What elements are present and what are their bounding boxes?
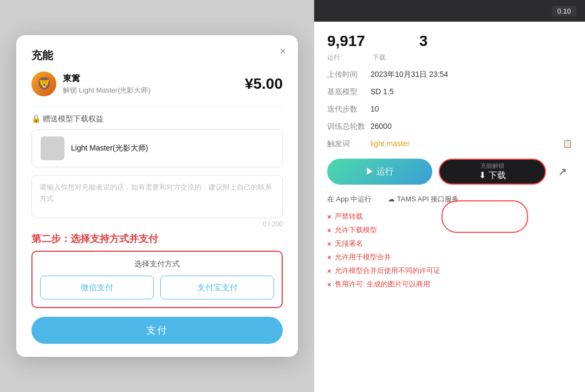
license-text: 允许用于模型合并 <box>335 252 391 262</box>
wechat-pay-button[interactable]: 微信支付 <box>40 276 154 299</box>
count-label: 下载 <box>373 54 386 61</box>
top-bar: 0.10 <box>314 0 585 22</box>
seller-avatar: 🦁 <box>31 71 56 96</box>
app-run-label: 在 App 中运行 <box>327 194 372 204</box>
count-value: 3 <box>419 32 428 50</box>
train-rounds-label: 训练总轮数 <box>327 122 370 132</box>
divider-1 <box>31 106 283 107</box>
base-model-label: 基底模型 <box>327 87 370 97</box>
run-button-label: ▶ 运行 <box>366 166 394 178</box>
version-badge: 0.10 <box>552 6 576 16</box>
app-row: 在 App 中运行 ☁ TAMS API 接口服务 <box>327 194 572 204</box>
modal-title: 充能 <box>31 48 283 63</box>
iter-steps-value: 10 <box>370 104 572 114</box>
alipay-button[interactable]: 支付宝支付 <box>160 276 274 299</box>
license-text: 无须署名 <box>335 239 363 249</box>
count-stat: 3 <box>419 32 428 50</box>
cross-icon: × <box>327 280 332 289</box>
license-item: × 严禁转载 <box>327 212 572 221</box>
gift-label: 🔒 赠送模型下载权益 <box>31 114 103 124</box>
payment-title: 选择支付方式 <box>40 259 274 269</box>
license-item: × 允许用于模型合并 <box>327 252 572 262</box>
downloads-value: 9,917 <box>327 32 365 50</box>
license-list: × 严禁转载 × 允许下载模型 × 无须署名 × 允许用于模型合并 × 允许模型… <box>327 212 572 289</box>
cross-icon: × <box>327 226 332 234</box>
unlock-bottom-label: ⬇ 下载 <box>479 170 505 181</box>
cross-icon: × <box>327 267 332 275</box>
unlock-button[interactable]: 充能解锁 ⬇ 下载 <box>439 159 546 185</box>
license-text: 严禁转载 <box>335 212 363 221</box>
modal-overlay: 充能 × 🦁 東篱 解锁 Light Master(光影大师) ¥5.00 🔒 … <box>0 0 314 392</box>
downloads-label: 运行 <box>327 54 340 61</box>
train-rounds-value: 26000 <box>370 122 572 132</box>
seller-info: 東篱 解锁 Light Master(光影大师) <box>63 73 245 95</box>
base-model-value: SD 1.5 <box>370 87 572 97</box>
upload-time-value: 2023年10月31日 23:54 <box>370 70 572 80</box>
share-icon: ↗ <box>558 165 567 178</box>
license-item: × 允许模型合并后使用不同的许可证 <box>327 266 572 276</box>
iter-steps-label: 迭代步数 <box>327 104 370 114</box>
license-item: × 无须署名 <box>327 239 572 249</box>
stats-row: 9,917 3 <box>327 32 572 50</box>
model-name: Light Master(光影大师) <box>71 143 148 153</box>
cross-icon: × <box>327 213 332 221</box>
seller-desc: 解锁 Light Master(光影大师) <box>63 86 245 95</box>
unlock-top-label: 充能解锁 <box>480 162 504 170</box>
license-item: × 售用许可: 生成的图片可以商用 <box>327 279 572 289</box>
seller-row: 🦁 東篱 解锁 Light Master(光影大师) ¥5.00 <box>31 71 283 96</box>
license-text: 允许模型合并后使用不同的许可证 <box>335 266 440 276</box>
model-thumbnail <box>41 136 64 160</box>
submit-button[interactable]: 支付 <box>31 317 283 344</box>
step-two-annotation: 第二步：选择支持方式并支付 <box>31 232 283 245</box>
cross-icon: × <box>327 240 332 248</box>
price-label: ¥5.00 <box>245 75 283 93</box>
payment-options: 微信支付 支付宝支付 <box>40 276 274 299</box>
iter-steps-row: 迭代步数 10 <box>327 104 572 114</box>
modal-dialog: 充能 × 🦁 東篱 解锁 Light Master(光影大师) ¥5.00 🔒 … <box>16 35 298 357</box>
license-text: 售用许可: 生成的图片可以商用 <box>335 279 430 289</box>
run-button[interactable]: ▶ 运行 <box>327 159 432 185</box>
message-textarea[interactable]: 请输入你想对充能者说的话，如有需要和对方交流的，建议附上自己的联系方式 <box>31 175 283 218</box>
license-text: 允许下载模型 <box>335 225 377 235</box>
upload-time-label: 上传时间 <box>327 70 370 80</box>
downloads-stat: 9,917 <box>327 32 387 50</box>
base-model-row: 基底模型 SD 1.5 <box>327 87 572 97</box>
right-panel: 9,917 3 运行 下载 上传时间 2023年10月31日 23:54 基底模… <box>314 22 585 392</box>
modal-close-button[interactable]: × <box>280 45 286 57</box>
trigger-word-row: 触发词 light master 📋 <box>327 139 572 149</box>
trigger-word-label: 触发词 <box>327 139 370 149</box>
seller-name: 東篱 <box>63 73 245 84</box>
api-service-label: ☁ TAMS API 接口服务 <box>388 194 459 204</box>
train-rounds-row: 训练总轮数 26000 <box>327 122 572 132</box>
cross-icon: × <box>327 253 332 262</box>
gift-section: 🔒 赠送模型下载权益 Light Master(光影大师) <box>31 114 283 167</box>
stat-labels: 运行 下载 <box>327 52 572 62</box>
gift-header: 🔒 赠送模型下载权益 <box>31 114 283 124</box>
trigger-word-value: light master <box>370 139 561 149</box>
payment-section: 选择支付方式 微信支付 支付宝支付 <box>31 251 283 308</box>
license-item: × 允许下载模型 <box>327 225 572 235</box>
upload-time-row: 上传时间 2023年10月31日 23:54 <box>327 70 572 80</box>
char-count: 0 / 200 <box>31 220 283 228</box>
share-button[interactable]: ↗ <box>552 162 572 181</box>
copy-icon[interactable]: 📋 <box>563 139 572 149</box>
model-card: Light Master(光影大师) <box>31 129 283 167</box>
message-placeholder: 请输入你想对充能者说的话，如有需要和对方交流的，建议附上自己的联系方式 <box>40 183 272 202</box>
action-row: ▶ 运行 充能解锁 ⬇ 下载 ↗ <box>327 159 572 185</box>
